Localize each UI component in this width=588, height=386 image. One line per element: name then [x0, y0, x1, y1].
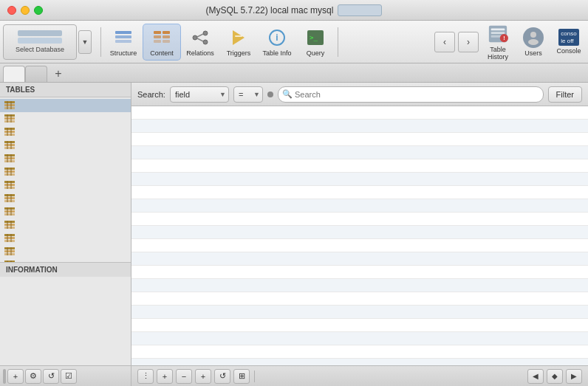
refresh-button[interactable]: ↺ — [214, 369, 230, 384]
grid-row[interactable] — [131, 239, 588, 252]
svg-rect-39 — [4, 131, 15, 133]
grid-row[interactable] — [131, 120, 588, 133]
resize-handle-button[interactable]: ⋮ — [137, 369, 154, 384]
tab-2[interactable] — [25, 66, 47, 82]
table-history-button[interactable]: ! Table History — [482, 24, 514, 61]
select-db-group: Select Database ▼ — [3, 24, 92, 60]
nav-back-button[interactable]: ‹ — [434, 32, 455, 52]
maximize-button[interactable] — [34, 6, 43, 15]
search-input[interactable] — [278, 86, 544, 103]
close-button[interactable] — [7, 6, 16, 15]
relations-icon — [190, 27, 211, 48]
table-item[interactable] — [0, 112, 131, 125]
table-item[interactable] — [0, 139, 131, 152]
grid-row[interactable] — [131, 133, 588, 146]
grid-row[interactable] — [131, 146, 588, 159]
svg-rect-74 — [4, 224, 15, 226]
grid-row[interactable] — [131, 345, 588, 359]
table-item[interactable] — [0, 179, 131, 192]
svg-rect-53 — [4, 168, 15, 170]
window-title: (MySQL 5.7.22) local mac mysql — [206, 5, 334, 15]
svg-rect-5 — [154, 35, 161, 38]
svg-rect-21 — [491, 28, 505, 30]
grid-row[interactable] — [131, 279, 588, 292]
add-row-button[interactable]: + — [157, 369, 173, 384]
relations-button[interactable]: Relations — [181, 24, 219, 61]
svg-rect-15 — [235, 35, 242, 37]
grid-row[interactable] — [131, 252, 588, 266]
content-label: Content — [150, 49, 174, 57]
table-item[interactable] — [0, 232, 131, 245]
grid-row[interactable] — [131, 332, 588, 345]
content-button[interactable]: Content — [143, 24, 181, 61]
filter-button[interactable]: Filter — [548, 86, 582, 103]
content-area: Search: field ▼ = ▼ 🔍 Filter — [131, 83, 588, 386]
svg-rect-28 — [4, 101, 15, 103]
toolbar-divider-2 — [338, 27, 338, 57]
svg-rect-69 — [4, 210, 15, 213]
table-item[interactable] — [0, 205, 131, 218]
table-item[interactable] — [0, 165, 131, 179]
grid-row[interactable] — [131, 199, 588, 213]
sidebar-settings-button[interactable]: ⚙ — [25, 369, 41, 384]
table-item[interactable] — [0, 125, 131, 139]
grid-row[interactable] — [131, 213, 588, 226]
remove-row-button[interactable]: − — [176, 369, 192, 384]
structure-button[interactable]: Structure — [104, 24, 143, 61]
field-select[interactable]: field — [170, 86, 229, 103]
grid-row[interactable] — [131, 306, 588, 319]
grid-row[interactable] — [131, 226, 588, 239]
triggers-button[interactable]: Triggers — [219, 24, 258, 61]
svg-rect-2 — [115, 40, 131, 43]
table-item[interactable] — [0, 152, 131, 165]
add-row2-button[interactable]: + — [195, 369, 211, 384]
nav-next-button[interactable]: ▶ — [566, 369, 582, 384]
grid-row[interactable] — [131, 359, 588, 365]
grid-row[interactable] — [131, 159, 588, 173]
search-bar: Search: field ▼ = ▼ 🔍 Filter — [131, 83, 588, 106]
sidebar-refresh-button[interactable]: ↺ — [43, 369, 59, 384]
select-db-dropdown[interactable]: ▼ — [78, 30, 92, 54]
table-item[interactable] — [0, 218, 131, 232]
grid-row[interactable] — [131, 292, 588, 306]
nav-forward-button[interactable]: › — [458, 32, 479, 52]
eq-select-wrap: = ▼ — [233, 86, 263, 103]
eq-select[interactable]: = — [233, 86, 263, 103]
svg-rect-44 — [4, 144, 15, 146]
nav-mid-button[interactable]: ◆ — [547, 369, 563, 384]
grid-row[interactable] — [131, 106, 588, 120]
table-info-button[interactable]: i Table Info — [258, 24, 296, 61]
select-database-button[interactable]: Select Database — [3, 24, 77, 60]
grid-row[interactable] — [131, 186, 588, 199]
minimize-button[interactable] — [21, 6, 30, 15]
sidebar-checkbox-button[interactable]: ☑ — [61, 369, 77, 384]
svg-rect-49 — [4, 157, 15, 159]
svg-rect-58 — [4, 181, 15, 183]
title-input[interactable] — [338, 4, 382, 16]
table-item[interactable] — [0, 245, 131, 258]
svg-rect-79 — [4, 237, 15, 239]
table-row-icon — [4, 181, 15, 190]
add-tab-button[interactable]: + — [50, 66, 66, 82]
copy-button[interactable]: ⊞ — [233, 369, 250, 384]
query-button[interactable]: >_ Query — [296, 24, 335, 61]
console-button[interactable]: conso le off Console — [553, 24, 585, 61]
grid-row[interactable] — [131, 173, 588, 186]
bottom-toolbar: ⋮ + − + ↺ ⊞ ◀ ◆ ▶ — [131, 365, 588, 386]
grid-row[interactable] — [131, 266, 588, 279]
sidebar-add-button[interactable]: + — [7, 369, 24, 384]
svg-rect-54 — [4, 170, 15, 173]
table-item[interactable] — [0, 99, 131, 112]
tab-1[interactable] — [3, 66, 25, 82]
nav-prev-button[interactable]: ◀ — [527, 369, 544, 384]
svg-rect-45 — [4, 147, 15, 149]
query-label: Query — [307, 49, 325, 57]
field-select-wrap: field ▼ — [170, 86, 229, 103]
grid-row[interactable] — [131, 319, 588, 332]
table-row-icon — [4, 247, 15, 256]
table-item[interactable] — [0, 192, 131, 205]
sidebar-resize-handle[interactable] — [3, 369, 6, 384]
svg-rect-3 — [154, 31, 161, 34]
svg-rect-83 — [4, 247, 15, 249]
users-button[interactable]: Users — [517, 24, 550, 61]
